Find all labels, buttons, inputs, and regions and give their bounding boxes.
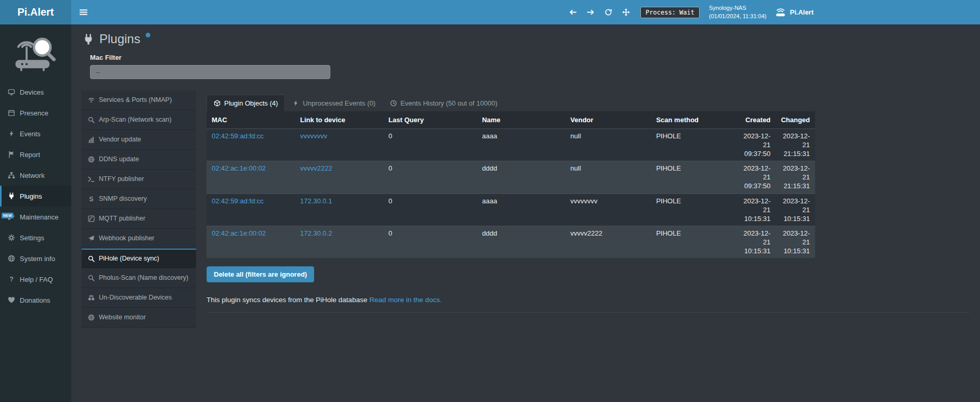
bolt-icon: [292, 100, 299, 107]
plugin-item-pholus-scan[interactable]: Pholus-Scan (Name discovery): [82, 268, 196, 288]
plugin-item-vendor-update[interactable]: Vendor update: [82, 130, 196, 150]
mqtt-icon: [88, 215, 95, 222]
cube-icon: [214, 100, 221, 107]
sidebar-item-devices[interactable]: Devices: [0, 82, 71, 102]
device-link[interactable]: 172.30.0.1: [300, 197, 332, 205]
plugin-item-services-ports-nmap[interactable]: Services & Ports (NMAP): [82, 90, 196, 110]
changed-cell: 2023-12-2110:15:31: [776, 226, 815, 258]
column-header-scan-method: Scan method: [651, 111, 734, 129]
mac-link[interactable]: 02:42:59:ad:fd:cc: [212, 197, 264, 205]
host-name: Synology-NAS: [709, 4, 767, 12]
tab-label: Unprocessed Events (0): [303, 99, 375, 107]
tab-plugin-objects[interactable]: Plugin Objects (4): [207, 95, 285, 111]
sidebar-item-settings[interactable]: Settings: [0, 227, 71, 248]
sidebar-item-report[interactable]: Report: [0, 144, 71, 165]
move-button[interactable]: [621, 7, 631, 17]
delete-all-button[interactable]: Delete all (filters are ignored): [207, 266, 314, 282]
sidebar-item-network[interactable]: Network: [0, 165, 71, 186]
main-content: Plugins Mac Filter Services & Ports (NMA…: [71, 24, 980, 402]
tab-unprocessed-events[interactable]: Unprocessed Events (0): [285, 95, 382, 111]
back-button[interactable]: [568, 7, 578, 17]
name-cell: aaaa: [477, 128, 565, 161]
device-link-cell: 172.30.0.2: [295, 226, 383, 258]
host-timestamp: (01/01/2024, 11:31:04): [709, 12, 767, 21]
created-cell: 2023-12-2110:15:31: [734, 193, 776, 226]
tab-label: Plugin Objects (4): [224, 99, 278, 107]
docs-link[interactable]: Read more in the docs.: [369, 296, 442, 304]
last-query-cell: 0: [383, 161, 477, 193]
plugin-item-ddns-update[interactable]: DDNS update: [82, 150, 196, 170]
arrow-left-icon: [569, 8, 577, 16]
table-row: 02:42:ac:1e:00:02172.30.0.20ddddvvvvv222…: [207, 226, 815, 258]
pialert-logo: [11, 31, 60, 77]
app-chip: Pi.Alert: [776, 7, 814, 17]
device-link[interactable]: vvvvvvvv: [300, 132, 327, 140]
table-row: 02:42:59:ad:fd:ccvvvvvvvv0aaaanullPIHOLE…: [207, 128, 815, 161]
section-divider: [207, 312, 970, 313]
plugin-item-mqtt-publisher[interactable]: MQTT publisher: [82, 209, 196, 229]
mac-link[interactable]: 02:42:59:ad:fd:cc: [212, 132, 264, 140]
changed-cell: 2023-12-2121:15:31: [776, 161, 815, 193]
sidebar-item-help-faq[interactable]: ?Help / FAQ: [0, 269, 71, 290]
forward-button[interactable]: [586, 7, 596, 17]
refresh-button[interactable]: [603, 7, 613, 17]
sidebar-item-label: Report: [20, 151, 40, 159]
letter-s-icon: S: [88, 196, 95, 202]
sidebar-toggle-button[interactable]: [71, 0, 95, 24]
sidebar-menu: DevicesPresenceEventsReportNetworkPlugin…: [0, 82, 71, 310]
plugin-item-label: Services & Ports (NMAP): [99, 96, 172, 103]
plugins-help-badge[interactable]: [146, 33, 150, 37]
sidebar-item-events[interactable]: Events: [0, 123, 71, 144]
question-icon: ?: [8, 276, 15, 283]
plug-icon: [83, 34, 94, 45]
plugin-item-label: PiHole (Device sync): [99, 255, 159, 262]
sidebar-item-label: Presence: [20, 109, 48, 117]
process-status-badge: Process: Wait: [640, 7, 700, 18]
sitemap-icon: [8, 172, 15, 179]
app-label: Pi.Alert: [790, 8, 814, 16]
hamburger-icon: [79, 8, 88, 17]
created-cell: 2023-12-2109:37:50: [734, 128, 776, 161]
bar-chart-icon: [88, 136, 95, 143]
mac-link[interactable]: 02:42:ac:1e:00:02: [212, 164, 266, 172]
sidebar-item-presence[interactable]: Presence: [0, 102, 71, 123]
plugin-item-website-monitor[interactable]: Website monitor: [82, 308, 196, 328]
pialert-icon: [776, 7, 785, 17]
sidebar-item-maintenance[interactable]: NEWMaintenance: [0, 206, 71, 227]
host-info: Synology-NAS (01/01/2024, 11:31:04): [709, 4, 767, 21]
brand-logo[interactable]: Pi.Alert: [0, 0, 71, 24]
mac-filter-input[interactable]: [90, 65, 330, 79]
sidebar-item-donations[interactable]: Donations: [0, 290, 71, 310]
mac-filter-section: Mac Filter: [90, 54, 970, 79]
table-header-row: MACLink to deviceLast QueryNameVendorSca…: [207, 111, 815, 129]
plugin-item-label: Pholus-Scan (Name discovery): [99, 274, 188, 281]
plugin-item-webhook-publisher[interactable]: Webhook publisher: [82, 229, 196, 249]
device-link[interactable]: vvvvv2222: [300, 164, 332, 172]
sidebar-item-system-info[interactable]: System info: [0, 248, 71, 269]
sidebar-item-plugins[interactable]: Plugins: [0, 186, 71, 206]
plugin-item-pihole-device-sync[interactable]: PiHole (Device sync): [82, 249, 196, 268]
plugin-item-arp-scan[interactable]: Arp-Scan (Network scan): [82, 110, 196, 130]
plugin-item-un-discoverable-devices[interactable]: Un-Discoverable Devices: [82, 288, 196, 308]
sidebar-item-label: Maintenance: [20, 213, 58, 221]
sidebar-item-label: Devices: [20, 88, 44, 96]
page-title: Plugins: [99, 32, 140, 46]
plugins-columns: Services & Ports (NMAP)Arp-Scan (Network…: [82, 90, 970, 328]
name-cell: dddd: [477, 161, 565, 193]
sidebar-item-label: Settings: [20, 234, 44, 242]
scan-method-cell: PIHOLE: [651, 161, 734, 193]
globe-icon: [8, 255, 15, 262]
mac-link[interactable]: 02:42:ac:1e:00:02: [212, 229, 266, 237]
device-link-cell: vvvvvvvv: [295, 128, 383, 161]
tab-events-history[interactable]: Events History (50 out of 10000): [383, 95, 505, 111]
created-cell: 2023-12-2110:15:31: [734, 226, 776, 258]
new-badge: NEW: [2, 213, 14, 218]
search-icon: [88, 275, 95, 281]
device-link[interactable]: 172.30.0.2: [300, 229, 332, 237]
gear-icon: [8, 234, 15, 241]
refresh-icon: [604, 8, 612, 16]
plugin-item-snmp-discovery[interactable]: SSNMP discovery: [82, 189, 196, 209]
vendor-cell: vvvvvvvv: [565, 193, 651, 226]
plugin-item-ntfy-publisher[interactable]: NTFY publisher: [82, 170, 196, 189]
plugin-objects-table: MACLink to deviceLast QueryNameVendorSca…: [207, 111, 815, 258]
